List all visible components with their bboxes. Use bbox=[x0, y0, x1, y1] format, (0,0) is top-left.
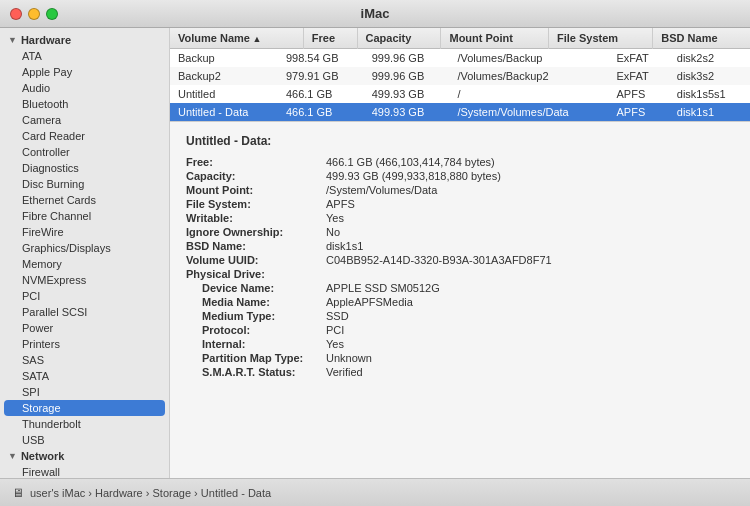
detail-label: Free: bbox=[186, 156, 326, 168]
detail-value: /System/Volumes/Data bbox=[326, 184, 734, 196]
sidebar-item-graphics-displays[interactable]: Graphics/Displays bbox=[0, 240, 169, 256]
pd-field-label: Internal: bbox=[186, 338, 326, 350]
col-header-capacity[interactable]: Capacity bbox=[357, 28, 441, 49]
table-row[interactable]: Backup998.54 GB999.96 GB/Volumes/BackupE… bbox=[170, 49, 750, 67]
pd-field-value: SSD bbox=[326, 310, 734, 322]
sidebar-item-controller[interactable]: Controller bbox=[0, 144, 169, 160]
detail-value: No bbox=[326, 226, 734, 238]
sidebar-item-spi[interactable]: SPI bbox=[0, 384, 169, 400]
sidebar-item-camera[interactable]: Camera bbox=[0, 112, 169, 128]
disk-table: Volume NameFreeCapacityMount PointFile S… bbox=[170, 28, 750, 49]
sidebar-item-storage[interactable]: Storage bbox=[4, 400, 165, 416]
pd-field-value: Verified bbox=[326, 366, 734, 378]
detail-label: File System: bbox=[186, 198, 326, 210]
table-scroll[interactable]: Backup998.54 GB999.96 GB/Volumes/BackupE… bbox=[170, 49, 750, 121]
chevron-down-icon: ▼ bbox=[8, 35, 17, 45]
breadcrumb-icon: 🖥 bbox=[12, 486, 24, 500]
sidebar-item-apple-pay[interactable]: Apple Pay bbox=[0, 64, 169, 80]
pd-field-value: AppleAPFSMedia bbox=[326, 296, 734, 308]
col-header-mount-point[interactable]: Mount Point bbox=[441, 28, 549, 49]
sidebar-item-disc-burning[interactable]: Disc Burning bbox=[0, 176, 169, 192]
maximize-button[interactable] bbox=[46, 8, 58, 20]
sidebar-section-network[interactable]: ▼Network bbox=[0, 448, 169, 464]
detail-value: 499.93 GB (499,933,818,880 bytes) bbox=[326, 170, 734, 182]
main-layout: ▼HardwareATAApple PayAudioBluetoothCamer… bbox=[0, 28, 750, 478]
disk-data-table: Backup998.54 GB999.96 GB/Volumes/BackupE… bbox=[170, 49, 750, 121]
sidebar-section-hardware[interactable]: ▼Hardware bbox=[0, 32, 169, 48]
sidebar: ▼HardwareATAApple PayAudioBluetoothCamer… bbox=[0, 28, 170, 478]
pd-field-label: Medium Type: bbox=[186, 310, 326, 322]
detail-label: Ignore Ownership: bbox=[186, 226, 326, 238]
sidebar-item-fibre-channel[interactable]: Fibre Channel bbox=[0, 208, 169, 224]
sidebar-item-nvmexpress[interactable]: NVMExpress bbox=[0, 272, 169, 288]
sidebar-item-bluetooth[interactable]: Bluetooth bbox=[0, 96, 169, 112]
table-row[interactable]: Untitled - Data466.1 GB499.93 GB/System/… bbox=[170, 103, 750, 121]
table-row[interactable]: Backup2979.91 GB999.96 GB/Volumes/Backup… bbox=[170, 67, 750, 85]
bottom-bar: 🖥 user's iMac › Hardware › Storage › Unt… bbox=[0, 478, 750, 506]
detail-value: Yes bbox=[326, 212, 734, 224]
detail-label: Volume UUID: bbox=[186, 254, 326, 266]
physical-drive-label: Physical Drive: bbox=[186, 268, 326, 280]
pd-field-value: Unknown bbox=[326, 352, 734, 364]
sidebar-item-memory[interactable]: Memory bbox=[0, 256, 169, 272]
pd-field-label: Protocol: bbox=[186, 324, 326, 336]
sidebar-item-ata[interactable]: ATA bbox=[0, 48, 169, 64]
sidebar-item-firewire[interactable]: FireWire bbox=[0, 224, 169, 240]
pd-field-label: Device Name: bbox=[186, 282, 326, 294]
sidebar-item-firewall[interactable]: Firewall bbox=[0, 464, 169, 478]
col-header-free[interactable]: Free bbox=[303, 28, 357, 49]
pd-field-label: Media Name: bbox=[186, 296, 326, 308]
sidebar-item-card-reader[interactable]: Card Reader bbox=[0, 128, 169, 144]
window-controls bbox=[10, 8, 58, 20]
detail-value: APFS bbox=[326, 198, 734, 210]
detail-label: Mount Point: bbox=[186, 184, 326, 196]
detail-label: Writable: bbox=[186, 212, 326, 224]
pd-field-value: PCI bbox=[326, 324, 734, 336]
sidebar-item-sas[interactable]: SAS bbox=[0, 352, 169, 368]
col-header-file-system[interactable]: File System bbox=[549, 28, 653, 49]
pd-field-label: Partition Map Type: bbox=[186, 352, 326, 364]
detail-area: Untitled - Data: Free:466.1 GB (466,103,… bbox=[170, 122, 750, 478]
table-row[interactable]: Untitled466.1 GB499.93 GB/APFSdisk1s5s1 bbox=[170, 85, 750, 103]
close-button[interactable] bbox=[10, 8, 22, 20]
sidebar-item-diagnostics[interactable]: Diagnostics bbox=[0, 160, 169, 176]
table-area: Volume NameFreeCapacityMount PointFile S… bbox=[170, 28, 750, 122]
detail-value: disk1s1 bbox=[326, 240, 734, 252]
sidebar-item-ethernet-cards[interactable]: Ethernet Cards bbox=[0, 192, 169, 208]
detail-grid: Free:466.1 GB (466,103,414,784 bytes)Cap… bbox=[186, 156, 734, 378]
detail-label: BSD Name: bbox=[186, 240, 326, 252]
sidebar-item-printers[interactable]: Printers bbox=[0, 336, 169, 352]
sidebar-item-power[interactable]: Power bbox=[0, 320, 169, 336]
sidebar-item-parallel-scsi[interactable]: Parallel SCSI bbox=[0, 304, 169, 320]
pd-field-value: APPLE SSD SM0512G bbox=[326, 282, 734, 294]
pd-field-value: Yes bbox=[326, 338, 734, 350]
detail-label: Capacity: bbox=[186, 170, 326, 182]
window-title: iMac bbox=[361, 6, 390, 21]
minimize-button[interactable] bbox=[28, 8, 40, 20]
sidebar-item-thunderbolt[interactable]: Thunderbolt bbox=[0, 416, 169, 432]
sidebar-item-usb[interactable]: USB bbox=[0, 432, 169, 448]
sidebar-item-pci[interactable]: PCI bbox=[0, 288, 169, 304]
pd-field-label: S.M.A.R.T. Status: bbox=[186, 366, 326, 378]
breadcrumb: user's iMac › Hardware › Storage › Untit… bbox=[30, 487, 271, 499]
col-header-bsd-name[interactable]: BSD Name bbox=[653, 28, 750, 49]
title-bar: iMac bbox=[0, 0, 750, 28]
sidebar-item-sata[interactable]: SATA bbox=[0, 368, 169, 384]
detail-value: C04BB952-A14D-3320-B93A-301A3AFD8F71 bbox=[326, 254, 734, 266]
content-area: Volume NameFreeCapacityMount PointFile S… bbox=[170, 28, 750, 478]
sidebar-item-audio[interactable]: Audio bbox=[0, 80, 169, 96]
detail-title: Untitled - Data: bbox=[186, 134, 734, 148]
chevron-down-icon: ▼ bbox=[8, 451, 17, 461]
detail-value: 466.1 GB (466,103,414,784 bytes) bbox=[326, 156, 734, 168]
col-header-volume-name[interactable]: Volume Name bbox=[170, 28, 303, 49]
